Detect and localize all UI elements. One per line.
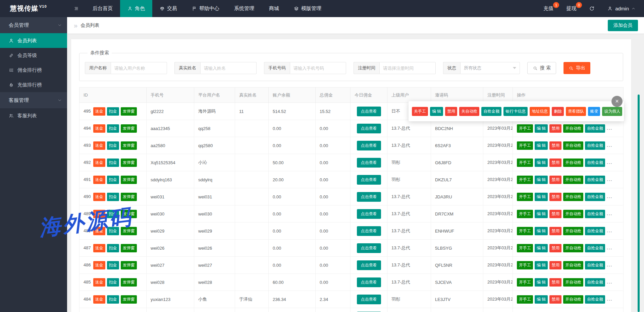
open-manual-button[interactable]: 开手工: [517, 295, 533, 304]
edit-button[interactable]: 编 辑: [535, 278, 548, 287]
refresh-button[interactable]: [589, 6, 595, 11]
sidebar-item[interactable]: 佣金排行榜: [0, 63, 67, 77]
send-popup-button[interactable]: 发弹窗: [121, 107, 137, 116]
deduct-gold-button[interactable]: 扣金: [107, 278, 119, 287]
open-auto-grab-button[interactable]: 开自动抢: [563, 124, 583, 133]
deduct-gold-button[interactable]: 扣金: [107, 227, 119, 235]
send-popup-button[interactable]: 发弹窗: [121, 210, 137, 218]
view-today-commission-button[interactable]: 点击查看: [357, 192, 381, 202]
nav-item[interactable]: 后台首页: [85, 0, 120, 17]
send-gold-button[interactable]: 送金: [93, 261, 105, 269]
send-gold-button[interactable]: 送金: [93, 210, 105, 218]
search-input[interactable]: [290, 62, 346, 74]
deduct-gold-button[interactable]: 扣金: [107, 159, 119, 167]
edit-button[interactable]: 编 辑: [535, 176, 548, 184]
send-gold-button[interactable]: 送金: [93, 176, 105, 184]
deduct-gold-button[interactable]: 扣金: [107, 244, 119, 252]
add-member-button[interactable]: 添加会员: [608, 20, 638, 31]
disable-button[interactable]: 禁用: [549, 278, 561, 287]
more-actions-ellipsis[interactable]: ...: [607, 262, 612, 267]
send-gold-button[interactable]: 送金: [93, 107, 105, 116]
self-grab-amount-button[interactable]: 自抢金额: [585, 244, 605, 252]
deduct-gold-button[interactable]: 扣金: [107, 124, 119, 133]
disable-button[interactable]: 禁用: [549, 261, 561, 269]
send-popup-button[interactable]: 发弹窗: [121, 159, 137, 167]
open-auto-grab-button[interactable]: 开自动抢: [563, 176, 583, 184]
view-today-commission-button[interactable]: 点击查看: [357, 209, 381, 219]
disable-button[interactable]: 禁用: [549, 176, 561, 184]
open-auto-grab-button[interactable]: 开自动抢: [563, 210, 583, 218]
open-auto-grab-button[interactable]: 开自动抢: [563, 261, 583, 269]
close-icon[interactable]: ×: [611, 96, 623, 107]
more-actions-ellipsis[interactable]: ...: [607, 211, 612, 216]
close-auto-grab-button[interactable]: 关自动抢: [459, 107, 479, 116]
edit-button[interactable]: 编 辑: [535, 141, 548, 150]
open-manual-button[interactable]: 开手工: [517, 124, 533, 133]
edit-button[interactable]: 编 辑: [535, 159, 548, 167]
send-gold-button[interactable]: 送金: [93, 124, 105, 133]
deduct-gold-button[interactable]: 扣金: [107, 295, 119, 304]
more-actions-ellipsis[interactable]: ...: [607, 177, 612, 182]
view-today-commission-button[interactable]: 点击查看: [357, 277, 381, 287]
search-input[interactable]: [200, 62, 257, 74]
self-grab-amount-button[interactable]: 自抢金额: [585, 261, 605, 269]
scrollbar-thumb[interactable]: [638, 95, 640, 312]
nav-item[interactable]: 角色: [120, 0, 152, 17]
disable-button[interactable]: 禁用: [549, 244, 561, 252]
view-today-commission-button[interactable]: 点击查看: [357, 226, 381, 236]
send-popup-button[interactable]: 发弹窗: [121, 278, 137, 287]
disable-button[interactable]: 禁用: [549, 124, 561, 133]
send-gold-button[interactable]: 送金: [93, 141, 105, 150]
nav-item[interactable]: 交易: [152, 0, 184, 17]
more-actions-ellipsis[interactable]: ...: [607, 143, 612, 148]
more-actions-ellipsis[interactable]: ...: [607, 126, 612, 131]
send-popup-button[interactable]: 发弹窗: [121, 141, 137, 150]
disable-button[interactable]: 禁用: [549, 295, 561, 304]
edit-button[interactable]: 编 辑: [535, 210, 548, 218]
send-gold-button[interactable]: 送金: [93, 295, 105, 304]
nav-item[interactable]: 帮助中心: [184, 0, 227, 17]
search-button[interactable]: 搜 索: [527, 62, 556, 74]
more-actions-ellipsis[interactable]: ...: [607, 194, 612, 199]
open-auto-grab-button[interactable]: 开自动抢: [563, 141, 583, 150]
view-today-commission-button[interactable]: 点击查看: [357, 124, 381, 133]
sidebar-item[interactable]: 充值排行榜: [0, 77, 67, 92]
send-popup-button[interactable]: 发弹窗: [121, 124, 137, 133]
send-popup-button[interactable]: 发弹窗: [121, 261, 137, 269]
open-auto-grab-button[interactable]: 开自动抢: [563, 159, 583, 167]
deduct-gold-button[interactable]: 扣金: [107, 210, 119, 218]
edit-button[interactable]: 编 辑: [535, 124, 548, 133]
self-grab-amount-button[interactable]: 自抢金额: [585, 124, 605, 133]
edit-button[interactable]: 编 辑: [535, 244, 548, 252]
search-input[interactable]: [111, 62, 167, 74]
set-fake-user-button[interactable]: 设为假人: [602, 107, 622, 116]
admin-menu[interactable]: admin: [607, 6, 635, 11]
self-grab-amount-button[interactable]: 自抢金额: [585, 227, 605, 235]
disable-button[interactable]: 禁用: [445, 107, 457, 116]
sidebar-item[interactable]: 客服列表: [0, 108, 67, 123]
bank-card-info-button[interactable]: 银行卡信息: [503, 107, 528, 116]
open-manual-button[interactable]: 开手工: [517, 193, 533, 201]
open-manual-button[interactable]: 开手工: [517, 210, 533, 218]
send-gold-button[interactable]: 送金: [93, 244, 105, 252]
account-change-button[interactable]: 账变: [588, 107, 600, 116]
withdraw-nav-item[interactable]: 提现 0: [566, 5, 576, 12]
self-grab-amount-button[interactable]: 自抢金额: [585, 295, 605, 304]
send-gold-button[interactable]: 送金: [93, 159, 105, 167]
close-manual-button[interactable]: 关手工: [412, 107, 428, 116]
send-popup-button[interactable]: 发弹窗: [121, 193, 137, 201]
edit-button[interactable]: 编 辑: [535, 261, 548, 269]
more-actions-ellipsis[interactable]: ...: [607, 279, 612, 285]
view-today-commission-button[interactable]: 点击查看: [357, 107, 381, 116]
nav-item[interactable]: 模版管理: [286, 0, 329, 17]
view-today-commission-button[interactable]: 点击查看: [357, 243, 381, 253]
self-grab-amount-button[interactable]: 自抢金额: [481, 107, 501, 116]
address-info-button[interactable]: 地址信息: [530, 107, 550, 116]
disable-button[interactable]: 禁用: [549, 227, 561, 235]
send-popup-button[interactable]: 发弹窗: [121, 227, 137, 235]
disable-button[interactable]: 禁用: [549, 141, 561, 150]
self-grab-amount-button[interactable]: 自抢金额: [585, 141, 605, 150]
deduct-gold-button[interactable]: 扣金: [107, 193, 119, 201]
send-gold-button[interactable]: 送金: [93, 278, 105, 287]
edit-button[interactable]: 编 辑: [535, 227, 548, 235]
